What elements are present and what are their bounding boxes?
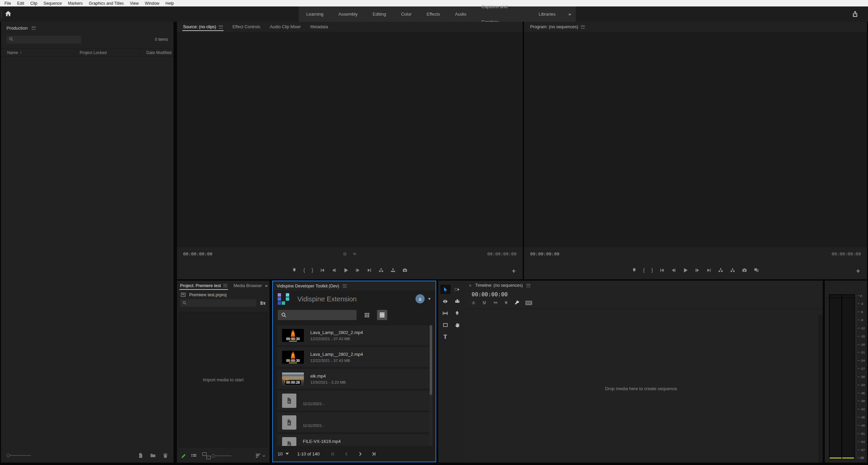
extract-button[interactable] (730, 267, 735, 273)
step-back-button[interactable] (331, 268, 337, 273)
column-header-project-locked[interactable]: Project Locked (73, 49, 140, 56)
project-home-button[interactable] (180, 292, 186, 297)
captions-button[interactable]: CC (525, 301, 532, 305)
panel-menu-icon[interactable] (343, 284, 347, 287)
media-list-item[interactable]: 00:00:28 elk.mp4 12/9/2021 - 3.23 MB (277, 368, 432, 389)
export-frame-button[interactable] (402, 267, 408, 273)
menu-edit[interactable]: Edit (14, 1, 27, 6)
hand-tool-button[interactable] (452, 320, 462, 330)
menu-window[interactable]: Window (142, 1, 163, 6)
next-page-button[interactable] (356, 451, 364, 456)
tab-program[interactable]: Program: (no sequences) (525, 22, 590, 32)
vidispine-search-input[interactable] (290, 313, 353, 318)
first-page-button[interactable] (328, 451, 337, 456)
add-marker-button[interactable] (632, 268, 637, 272)
go-to-out-button[interactable] (367, 268, 372, 273)
panel-menu-icon[interactable] (581, 26, 585, 29)
tab-audio-clip-mixer[interactable]: Audio Clip Mixer (265, 22, 306, 32)
tab-vidispine-toolkit[interactable]: Vidispine Developer Toolkit (Dev) (277, 284, 339, 288)
menu-help[interactable]: Help (162, 1, 177, 6)
track-select-forward-tool-button[interactable] (452, 285, 462, 294)
vidispine-search-box[interactable] (278, 310, 357, 320)
slider-knob[interactable] (212, 454, 215, 458)
menu-markers[interactable]: Markers (65, 1, 86, 6)
workspace-tab-libraries[interactable]: Libraries (531, 6, 563, 22)
mark-in-button[interactable]: { (643, 267, 645, 273)
pen-tool-button[interactable] (452, 309, 462, 318)
step-back-button[interactable] (671, 268, 676, 273)
project-empty-dropzone[interactable]: Import media to start (179, 312, 268, 448)
new-folder-button[interactable] (150, 453, 156, 458)
timeline-display-settings-button[interactable] (514, 300, 520, 305)
source-current-timecode[interactable]: 00:00:00:00 (183, 251, 212, 256)
timeline-timecode[interactable]: 00:00:00:00 (465, 290, 823, 298)
sort-options-button[interactable] (256, 454, 265, 458)
media-list-item[interactable]: 11/11/2021 - (277, 412, 432, 433)
go-to-in-button[interactable] (659, 268, 665, 273)
menu-file[interactable]: File (1, 1, 14, 6)
go-to-out-button[interactable] (706, 268, 711, 273)
tab-media-browser[interactable]: Media Browser (230, 281, 265, 290)
button-editor-button[interactable]: + (512, 268, 516, 275)
delete-button[interactable] (163, 453, 168, 458)
panel-menu-icon[interactable] (223, 284, 227, 287)
quick-export-button[interactable] (852, 11, 858, 17)
workspace-tab-assembly[interactable]: Assembly (331, 6, 365, 22)
media-list-item[interactable]: 00:00:30 Lava_Lamp__2802_2.mp4 12/22/202… (277, 347, 432, 367)
search-bins-button[interactable] (260, 300, 266, 306)
button-editor-button[interactable]: + (856, 268, 860, 275)
panel-menu-icon[interactable] (32, 27, 36, 30)
last-page-button[interactable] (369, 451, 378, 456)
mark-in-button[interactable]: { (303, 267, 305, 273)
menu-graphics-and-titles[interactable]: Graphics and Titles (86, 1, 127, 6)
menu-sequence[interactable]: Sequence (40, 1, 65, 6)
column-header-name[interactable]: Name ↑ (1, 49, 73, 56)
add-marker-button[interactable] (504, 301, 508, 305)
workspace-tab-editing[interactable]: Editing (365, 6, 394, 22)
selection-tool-button[interactable] (440, 285, 451, 294)
play-button[interactable] (343, 267, 349, 273)
new-item-button[interactable] (138, 453, 143, 458)
workspace-tab-color[interactable]: Color (394, 6, 419, 22)
rectangle-tool-button[interactable] (440, 320, 451, 330)
list-view-button[interactable] (191, 454, 196, 458)
grid-view-button[interactable] (362, 310, 372, 320)
timeline-dropzone[interactable]: Drop media here to create sequence. (465, 315, 818, 463)
project-writable-button[interactable] (181, 453, 186, 459)
previous-page-button[interactable] (342, 451, 351, 456)
add-marker-button[interactable] (292, 268, 297, 272)
snap-toggle-button[interactable] (482, 300, 487, 305)
slider-knob[interactable] (6, 454, 10, 457)
avatar-menu-caret-icon[interactable]: ▼ (428, 297, 431, 301)
close-panel-button[interactable]: × (469, 283, 472, 288)
lift-button[interactable] (718, 267, 723, 273)
thumbnail-zoom-slider[interactable] (6, 454, 31, 457)
program-current-timecode[interactable]: 00:00:00:00 (530, 251, 559, 256)
tab-source[interactable]: Source: (no clips) (178, 22, 228, 32)
type-tool-button[interactable]: T (440, 332, 451, 342)
mark-out-button[interactable]: } (312, 267, 313, 273)
export-frame-button[interactable] (742, 267, 747, 273)
audio-level-meter[interactable] (829, 294, 855, 459)
workspace-tab-audio[interactable]: Audio (447, 6, 474, 22)
panel-tabs-overflow-icon[interactable]: » (265, 283, 269, 288)
media-list-item[interactable]: 11/11/2021 - (277, 390, 432, 411)
overwrite-button[interactable] (390, 267, 396, 273)
menu-view[interactable]: View (127, 1, 142, 6)
drag-video-only-icon[interactable] (343, 252, 347, 256)
razor-tool-button[interactable] (452, 297, 462, 306)
media-list-item[interactable]: FILE-VX-1619.mp4 11/8/2021 - (277, 434, 432, 446)
list-view-button[interactable] (377, 310, 387, 320)
tab-timeline[interactable]: Timeline: (no sequences) (475, 283, 523, 288)
linked-selection-button[interactable] (493, 300, 498, 305)
ripple-edit-tool-button[interactable] (440, 297, 451, 306)
list-scrollbar[interactable] (429, 325, 432, 446)
zoom-slider[interactable] (212, 454, 231, 458)
home-button[interactable] (5, 10, 12, 17)
user-avatar[interactable]: a (415, 294, 425, 303)
production-search-input[interactable] (6, 36, 81, 44)
media-list-item[interactable]: 00:00:30 Lava_Lamp__2802_2.mp4 12/22/202… (277, 325, 432, 346)
panel-menu-icon[interactable] (219, 26, 223, 29)
menu-clip[interactable]: Clip (27, 1, 40, 6)
scrollbar-thumb[interactable] (430, 325, 432, 395)
